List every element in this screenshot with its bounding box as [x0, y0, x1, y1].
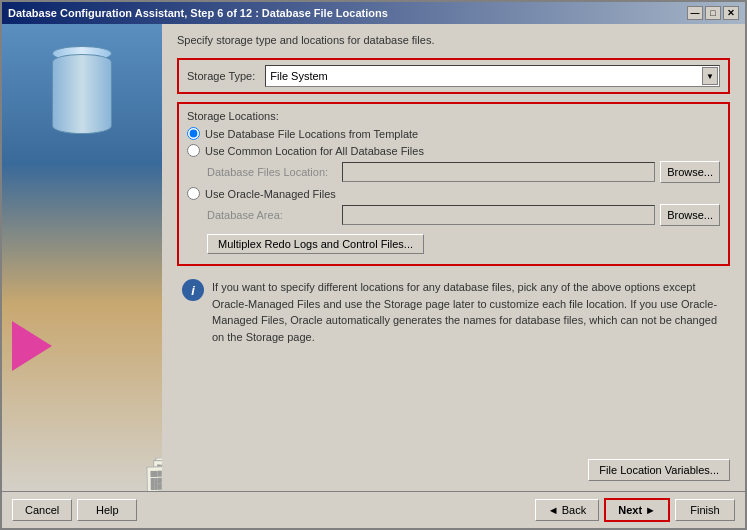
- storage-type-label: Storage Type:: [187, 70, 255, 82]
- db-files-location-label: Database Files Location:: [207, 166, 337, 178]
- doc-page-3: ████████████████████████████████████████…: [146, 465, 162, 491]
- radio-option-3: Use Oracle-Managed Files: [187, 187, 720, 200]
- help-button[interactable]: Help: [77, 499, 137, 521]
- db-files-location-field: Database Files Location: Browse...: [207, 161, 720, 183]
- db-area-field: Database Area: Browse...: [207, 204, 720, 226]
- next-button[interactable]: Next ►: [604, 498, 670, 522]
- back-arrow-icon: ◄: [548, 504, 562, 516]
- browse-button-1[interactable]: Browse...: [660, 161, 720, 183]
- db-area-label: Database Area:: [207, 209, 337, 221]
- bottom-right-buttons: ◄ Back Next ► Finish: [535, 498, 735, 522]
- radio-common-location-label[interactable]: Use Common Location for All Database Fil…: [205, 145, 424, 157]
- radio-oracle-managed[interactable]: [187, 187, 200, 200]
- storage-type-select[interactable]: File System ASM Raw Devices: [265, 65, 720, 87]
- main-window: Database Configuration Assistant, Step 6…: [0, 0, 747, 530]
- storage-type-select-wrapper: File System ASM Raw Devices ▼: [265, 65, 720, 87]
- cancel-button[interactable]: Cancel: [12, 499, 72, 521]
- info-text: If you want to specify different locatio…: [212, 279, 725, 345]
- next-arrow-icon: ►: [642, 504, 656, 516]
- storage-type-section: Storage Type: File System ASM Raw Device…: [177, 58, 730, 94]
- window-title: Database Configuration Assistant, Step 6…: [8, 7, 388, 19]
- finish-button[interactable]: Finish: [675, 499, 735, 521]
- close-button[interactable]: ✕: [723, 6, 739, 20]
- radio-template[interactable]: [187, 127, 200, 140]
- header-description: Specify storage type and locations for d…: [177, 34, 730, 46]
- multiplex-button[interactable]: Multiplex Redo Logs and Control Files...: [207, 234, 424, 254]
- minimize-button[interactable]: —: [687, 6, 703, 20]
- storage-locations-title: Storage Locations:: [187, 110, 720, 122]
- title-bar-buttons: — □ ✕: [687, 6, 739, 20]
- radio-oracle-managed-label[interactable]: Use Oracle-Managed Files: [205, 188, 336, 200]
- file-location-variables-button[interactable]: File Location Variables...: [588, 459, 730, 481]
- db-area-input[interactable]: [342, 205, 655, 225]
- right-panel: Specify storage type and locations for d…: [162, 24, 745, 491]
- arrow-decoration: [12, 321, 52, 371]
- back-button[interactable]: ◄ Back: [535, 499, 599, 521]
- bottom-bar: Cancel Help ◄ Back Next ► Finish: [2, 491, 745, 528]
- db-files-location-input[interactable]: [342, 162, 655, 182]
- info-box: i If you want to specify different locat…: [177, 274, 730, 350]
- title-bar: Database Configuration Assistant, Step 6…: [2, 2, 745, 24]
- storage-locations-section: Storage Locations: Use Database File Loc…: [177, 102, 730, 266]
- radio-template-label[interactable]: Use Database File Locations from Templat…: [205, 128, 418, 140]
- maximize-button[interactable]: □: [705, 6, 721, 20]
- browse-button-2[interactable]: Browse...: [660, 204, 720, 226]
- info-icon: i: [182, 279, 204, 301]
- left-panel: ████████████████████████████████████████…: [2, 24, 162, 491]
- radio-option-1: Use Database File Locations from Templat…: [187, 127, 720, 140]
- left-panel-image: ████████████████████████████████████████…: [2, 24, 162, 491]
- radio-option-2: Use Common Location for All Database Fil…: [187, 144, 720, 157]
- radio-common-location[interactable]: [187, 144, 200, 157]
- cylinder: [52, 54, 112, 134]
- bottom-left-buttons: Cancel Help: [12, 499, 137, 521]
- content-area: ████████████████████████████████████████…: [2, 24, 745, 491]
